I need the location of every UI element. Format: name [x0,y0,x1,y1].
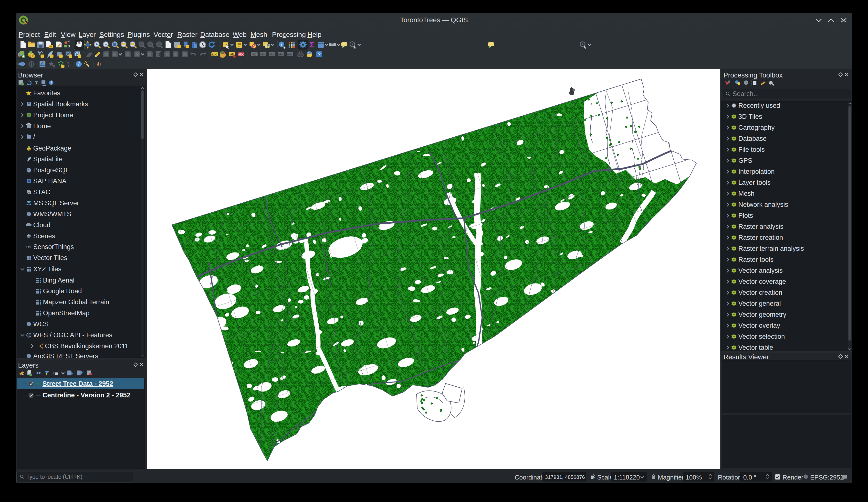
svg-text:Centreline - Version 2 - 2952: Centreline - Version 2 - 2952 [42,392,131,399]
svg-text:a: a [68,43,70,48]
svg-text:Google Road: Google Road [43,288,82,295]
svg-text:Vector geometry: Vector geometry [738,311,786,318]
svg-text:Project Home: Project Home [33,111,73,119]
svg-text:Raster creation: Raster creation [738,234,783,241]
svg-text:OpenStreetMap: OpenStreetMap [43,309,90,317]
svg-text:GeoPackage: GeoPackage [33,145,71,152]
svg-text:3D Tiles: 3D Tiles [738,113,762,120]
svg-text:Mapzen Global Terrain: Mapzen Global Terrain [43,299,109,306]
svg-text:ST: ST [299,50,302,53]
svg-text:Vector Tiles: Vector Tiles [33,254,68,261]
svg-text:Raster analysis: Raster analysis [738,223,784,230]
svg-text:Vector table: Vector table [738,344,773,351]
svg-text:?: ? [318,51,321,58]
svg-text:Scenes: Scenes [33,232,55,240]
svg-text:XYZ Tiles: XYZ Tiles [33,265,62,273]
svg-text:WCS: WCS [33,320,49,328]
svg-text:Favorites: Favorites [33,89,60,97]
svg-text:✳: ✳ [49,44,52,49]
svg-text:Cartography: Cartography [738,124,775,131]
svg-text:Bing Aerial: Bing Aerial [43,277,74,284]
svg-text:Vector analysis: Vector analysis [738,267,783,274]
svg-text:Plots: Plots [738,212,753,219]
svg-text:i: i [78,61,80,67]
svg-text:abc: abc [287,52,293,56]
svg-text:Mesh: Mesh [738,190,754,197]
svg-text:WMS/WMTS: WMS/WMTS [33,210,71,218]
svg-text:abc: abc [260,52,266,56]
svg-text:STAC: STAC [33,189,50,196]
svg-text:Layer tools: Layer tools [738,179,771,186]
svg-text:✳: ✳ [31,54,34,58]
svg-text:Vector overlay: Vector overlay [738,322,781,329]
svg-text:MS SQL Server: MS SQL Server [33,199,79,207]
svg-text:Vector general: Vector general [738,300,781,307]
svg-text:SAP HANA: SAP HANA [33,178,66,185]
svg-text:CBS Bevolkingskernen 2011: CBS Bevolkingskernen 2011 [45,342,128,350]
svg-text:ArcGIS REST Servers: ArcGIS REST Servers [33,352,99,358]
svg-text:SpatiaLite: SpatiaLite [33,155,62,163]
svg-text:abc: abc [238,52,244,56]
svg-text:Interpolation: Interpolation [738,168,775,175]
svg-text:SensorThings: SensorThings [33,243,74,251]
svg-text:abc: abc [269,52,275,56]
svg-text:abc: abc [278,52,284,56]
svg-text:ab: ab [252,52,256,56]
svg-text:Home: Home [33,122,51,130]
svg-text:Raster terrain analysis: Raster terrain analysis [738,245,804,252]
svg-text:/: / [33,133,35,141]
svg-text:Vector selection: Vector selection [738,333,785,340]
svg-text:Database: Database [738,135,767,142]
svg-text:WFS / OGC API - Features: WFS / OGC API - Features [33,331,112,339]
svg-text:Network analysis: Network analysis [738,201,788,208]
svg-text:Vector creation: Vector creation [738,289,782,296]
svg-text:Cloud: Cloud [33,221,51,229]
svg-text:Raster tools: Raster tools [738,256,774,263]
svg-text:Σ: Σ [309,40,314,49]
svg-text:Vector coverage: Vector coverage [738,278,786,285]
svg-text:Recently used: Recently used [738,102,780,109]
svg-text:abc: abc [212,52,218,56]
svg-text:ε: ε [53,370,55,375]
svg-text:File tools: File tools [738,146,765,153]
svg-text:PostgreSQL: PostgreSQL [33,167,69,174]
svg-text:Street Tree Data - 2952: Street Tree Data - 2952 [42,380,113,388]
svg-text:Spatial Bookmarks: Spatial Bookmarks [33,100,88,108]
svg-text:GPS: GPS [738,157,752,164]
